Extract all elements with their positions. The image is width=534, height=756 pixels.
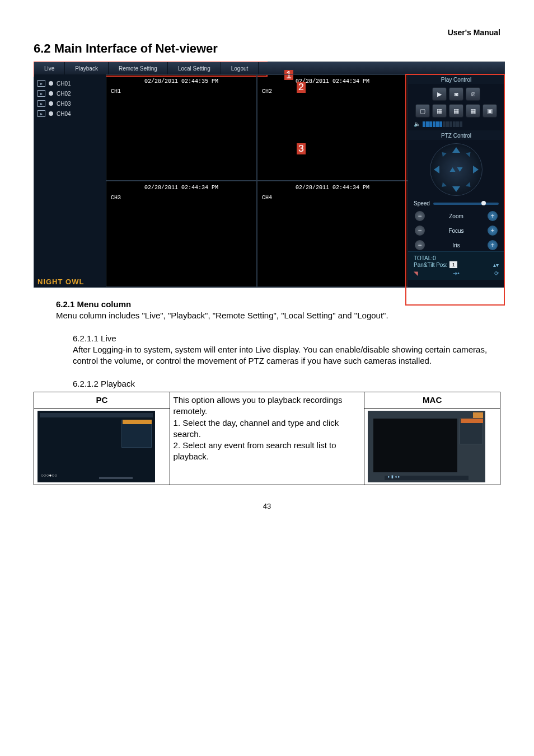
- channel-row[interactable]: ▸CH01: [38, 80, 102, 87]
- playback-instr-2: 1. Select the day, channel and type and …: [174, 417, 361, 440]
- record-dot-icon: [49, 111, 53, 116]
- channel-label: CH03: [57, 101, 71, 107]
- menu-local-setting[interactable]: Local Setting: [168, 62, 221, 74]
- layout-4-button[interactable]: ▦: [432, 104, 447, 118]
- iris-plus-button[interactable]: +: [488, 240, 498, 250]
- focus-minus-button[interactable]: −: [415, 226, 425, 236]
- menu-playback[interactable]: Playback: [65, 62, 109, 74]
- focus-label: Focus: [448, 228, 463, 234]
- pantilt-spinner-icon[interactable]: ▴▾: [493, 262, 499, 268]
- heading-621: 6.2.1 Menu column: [56, 299, 131, 309]
- ptz-downleft-icon[interactable]: [440, 182, 447, 189]
- zoom-minus-button[interactable]: −: [415, 211, 425, 221]
- brand-logo: NIGHT OWL: [38, 278, 84, 286]
- video-pane[interactable]: 02/28/2011 02:44:34 PM CH4: [257, 181, 408, 287]
- speed-slider[interactable]: [433, 203, 499, 205]
- zoom-plus-button[interactable]: +: [488, 211, 498, 221]
- mac-thumbnail-cell: ▸ ▮ ◂ ▸: [364, 408, 500, 485]
- channel-row[interactable]: ▸CH04: [38, 110, 102, 117]
- preview-icon: ▸: [38, 100, 45, 107]
- playback-instr-3: 2. Select any event from search result l…: [174, 440, 361, 463]
- preview-icon: ▸: [38, 110, 45, 117]
- play-control-title: Play Control: [408, 74, 504, 84]
- ptz-control-title: PTZ Control: [408, 130, 504, 140]
- preset-clear-icon[interactable]: ⟳: [494, 270, 499, 276]
- channel-overlay: CH1: [111, 88, 121, 95]
- ptz-right-icon[interactable]: [473, 166, 479, 173]
- playback-instr-1: This option allows you to playback recor…: [174, 395, 361, 417]
- preview-icon: ▸: [38, 90, 45, 97]
- table-header-mac: MAC: [364, 392, 500, 408]
- layout-1-button[interactable]: ▢: [415, 104, 430, 118]
- channel-overlay: CH3: [111, 195, 121, 201]
- ptz-upleft-icon[interactable]: [440, 150, 447, 157]
- record-dot-icon: [49, 81, 53, 86]
- netviewer-screenshot: Live Playback Remote Setting Local Setti…: [34, 62, 505, 288]
- ptz-center-down-icon[interactable]: [457, 167, 463, 172]
- timestamp: 02/28/2011 02:44:34 PM: [106, 185, 256, 191]
- play-button[interactable]: ▶: [432, 87, 447, 101]
- ptz-downright-icon[interactable]: [466, 182, 472, 189]
- paragraph-6211: After Logging-in to system, system will …: [73, 344, 500, 367]
- layout-16-button[interactable]: ▦: [466, 104, 480, 118]
- channel-overlay: CH4: [262, 195, 272, 201]
- ptz-down-icon[interactable]: [452, 186, 460, 192]
- focus-plus-button[interactable]: +: [488, 226, 498, 236]
- section-title: 6.2 Main Interface of Net-viewer: [34, 41, 500, 56]
- page-number: 43: [34, 502, 500, 510]
- ptz-left-icon[interactable]: [434, 166, 439, 173]
- paragraph-621: Menu column includes "Live", "Playback",…: [56, 310, 500, 321]
- ptz-up-icon[interactable]: [452, 147, 460, 153]
- channel-label: CH01: [57, 81, 71, 87]
- video-grid: 02/28/2011 02:44:35 PM CH1 02/28/2011 02…: [106, 74, 408, 287]
- timestamp: 02/28/2011 02:44:34 PM: [257, 78, 407, 84]
- record-dot-icon: [49, 101, 53, 106]
- menu-remote-setting[interactable]: Remote Setting: [109, 62, 168, 74]
- channel-overlay: CH2: [262, 88, 272, 95]
- heading-6212: 6.2.1.2 Playback: [73, 378, 500, 389]
- table-instructions-cell: This option allows you to playback recor…: [170, 392, 364, 485]
- fullscreen-button[interactable]: ▣: [483, 104, 497, 118]
- callout-2: 2: [297, 82, 306, 93]
- video-pane[interactable]: 02/28/2011 02:44:35 PM CH1: [106, 74, 257, 181]
- zoom-label: Zoom: [449, 213, 463, 219]
- video-pane[interactable]: 02/28/2011 02:44:34 PM CH3: [106, 181, 257, 287]
- ptz-direction-pad[interactable]: [430, 143, 483, 196]
- channel-label: CH02: [57, 91, 71, 97]
- volume-bars[interactable]: [423, 121, 499, 127]
- ptz-center-up-icon[interactable]: [450, 167, 456, 172]
- playback-table: PC This option allows you to playback re…: [34, 392, 500, 485]
- preview-icon: ▸: [38, 80, 45, 87]
- header-manual: User's Manual: [34, 28, 500, 37]
- pantilt-label: Pan&Tilt Pos:: [414, 262, 447, 268]
- mac-playback-thumbnail: ▸ ▮ ◂ ▸: [368, 411, 485, 482]
- pc-thumbnail-cell: ○○○●○○: [34, 408, 170, 485]
- heading-6211: 6.2.1.1 Live: [73, 333, 500, 344]
- iris-minus-button[interactable]: −: [415, 240, 425, 250]
- snapshot-button[interactable]: ◙: [449, 87, 463, 101]
- channel-row[interactable]: ▸CH03: [38, 100, 102, 107]
- menu-live[interactable]: Live: [34, 62, 65, 74]
- record-button[interactable]: ⎚: [466, 87, 480, 101]
- menu-bar: Live Playback Remote Setting Local Setti…: [34, 62, 504, 74]
- channel-label: CH04: [57, 111, 71, 117]
- callout-3: 3: [297, 143, 306, 154]
- menu-logout[interactable]: Logout: [221, 62, 259, 74]
- speaker-icon: 🔈: [414, 121, 420, 127]
- iris-label: Iris: [452, 242, 460, 248]
- video-pane[interactable]: 02/28/2011 02:44:34 PM CH2 2 3: [257, 74, 408, 181]
- timestamp: 02/28/2011 02:44:34 PM: [257, 185, 407, 191]
- timestamp: 02/28/2011 02:44:35 PM: [106, 78, 256, 84]
- preset-goto-icon[interactable]: ➔•: [453, 270, 460, 276]
- right-control-panel: Play Control ▶ ◙ ⎚ ▢ ▦ ▦ ▦ ▣ 🔈: [408, 74, 504, 287]
- volume-row[interactable]: 🔈: [408, 121, 504, 130]
- channel-row[interactable]: ▸CH02: [38, 90, 102, 97]
- pantilt-value-input[interactable]: 1: [449, 261, 457, 268]
- total-label: TOTAL:0: [414, 255, 499, 261]
- channel-sidebar: ▸CH01 ▸CH02 ▸CH03 ▸CH04 NIGHT OWL: [34, 74, 106, 287]
- ptz-upright-icon[interactable]: [466, 150, 472, 157]
- preset-save-icon[interactable]: ◥: [414, 270, 418, 276]
- table-header-pc: PC: [34, 392, 170, 408]
- layout-9-button[interactable]: ▦: [449, 104, 463, 118]
- speed-label: Speed: [414, 200, 430, 206]
